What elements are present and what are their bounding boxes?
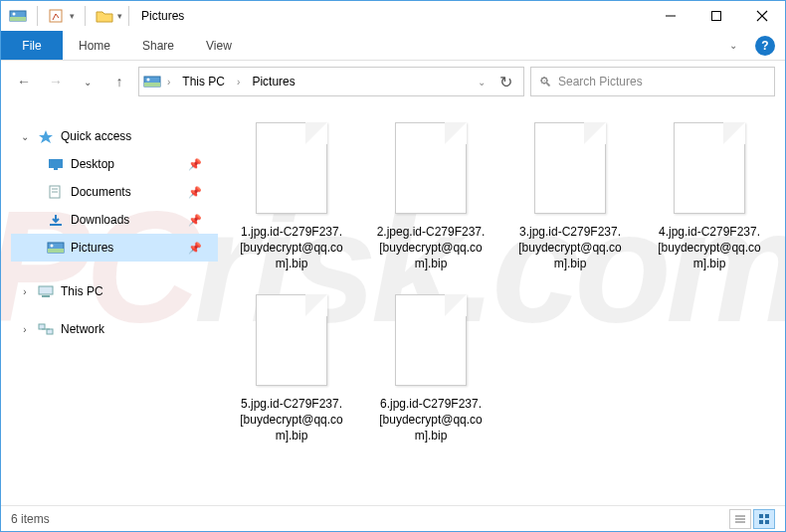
chevron-right-icon[interactable] — [19, 286, 31, 297]
file-item[interactable]: 1.jpg.id-C279F237.[buydecrypt@qq.com].bi… — [236, 118, 347, 272]
file-item[interactable]: 2.jpeg.id-C279F237.[buydecrypt@qq.com].b… — [375, 118, 487, 272]
svg-rect-19 — [48, 249, 64, 253]
svg-rect-13 — [54, 168, 58, 170]
nav-network[interactable]: Network — [11, 315, 218, 343]
minimize-button[interactable] — [648, 1, 693, 31]
file-name: 5.jpg.id-C279F237.[buydecrypt@qq.com].bi… — [236, 396, 347, 444]
nav-label: Desktop — [71, 157, 114, 171]
file-list[interactable]: 1.jpg.id-C279F237.[buydecrypt@qq.com].bi… — [218, 102, 785, 518]
generic-file-icon — [391, 290, 471, 390]
pictures-icon — [47, 241, 65, 255]
search-icon: 🔍︎ — [539, 75, 552, 89]
svg-rect-5 — [712, 12, 721, 21]
chevron-right-icon[interactable]: › — [167, 77, 170, 88]
details-view-button[interactable] — [729, 509, 751, 529]
star-icon — [37, 129, 55, 143]
file-item[interactable]: 6.jpg.id-C279F237.[buydecrypt@qq.com].bi… — [375, 290, 487, 444]
svg-rect-29 — [759, 514, 763, 518]
computer-icon — [37, 284, 55, 298]
help-button[interactable]: ? — [755, 36, 775, 56]
nav-label: Quick access — [61, 129, 131, 143]
file-item[interactable]: 5.jpg.id-C279F237.[buydecrypt@qq.com].bi… — [236, 290, 347, 444]
status-bar: 6 items — [1, 505, 785, 531]
titlebar: ▾ ▾ Pictures — [1, 1, 785, 31]
tab-home[interactable]: Home — [63, 31, 126, 60]
quick-access-toolbar: ▾ ▾ — [9, 6, 122, 26]
network-icon — [37, 322, 55, 336]
search-input[interactable]: 🔍︎ Search Pictures — [530, 67, 775, 96]
file-name: 2.jpeg.id-C279F237.[buydecrypt@qq.com].b… — [375, 224, 487, 272]
nav-this-pc[interactable]: This PC — [11, 277, 218, 305]
tab-share[interactable]: Share — [126, 31, 190, 60]
svg-rect-9 — [144, 83, 160, 87]
tab-file[interactable]: File — [1, 31, 63, 60]
app-icon — [9, 9, 27, 23]
desktop-icon — [47, 157, 65, 171]
pin-icon: 📌 — [188, 158, 202, 171]
address-row: ← → ⌄ ↑ › This PC › Pictures ⌄ ↻ 🔍︎ Sear… — [1, 61, 785, 102]
generic-file-icon — [391, 118, 471, 218]
ribbon: File Home Share View ⌄ ? — [1, 31, 785, 61]
pin-icon: 📌 — [188, 214, 202, 227]
generic-file-icon — [252, 118, 331, 218]
maximize-button[interactable] — [693, 1, 739, 31]
generic-file-icon — [252, 290, 331, 390]
nav-label: Documents — [71, 185, 131, 199]
svg-point-10 — [147, 79, 150, 82]
nav-quick-access[interactable]: Quick access — [11, 122, 218, 150]
qat-separator — [37, 6, 38, 26]
qat-dropdown-icon[interactable]: ▾ — [117, 11, 122, 21]
generic-file-icon — [530, 118, 610, 218]
file-name: 4.jpg.id-C279F237.[buydecrypt@qq.com].bi… — [654, 224, 765, 272]
navigation-pane: Quick access Desktop 📌 Documents 📌 — [1, 102, 218, 518]
svg-rect-23 — [39, 324, 45, 329]
item-count: 6 items — [11, 512, 50, 526]
address-bar[interactable]: › This PC › Pictures ⌄ ↻ — [138, 67, 524, 96]
file-item[interactable]: 3.jpg.id-C279F237.[buydecrypt@qq.com].bi… — [514, 118, 626, 272]
file-item[interactable]: 4.jpg.id-C279F237.[buydecrypt@qq.com].bi… — [654, 118, 765, 272]
pin-icon: 📌 — [188, 186, 202, 199]
folder-icon[interactable] — [96, 9, 113, 23]
forward-button[interactable]: → — [43, 69, 69, 94]
tab-view[interactable]: View — [190, 31, 248, 60]
nav-item-downloads[interactable]: Downloads 📌 — [11, 206, 218, 234]
location-picture-icon — [143, 75, 161, 89]
close-button[interactable] — [739, 1, 785, 31]
qat-separator — [85, 6, 86, 26]
svg-rect-12 — [49, 159, 63, 168]
nav-label: Network — [61, 322, 104, 336]
qat-dropdown-icon[interactable]: ▾ — [70, 11, 75, 21]
chevron-right-icon[interactable] — [19, 324, 31, 335]
svg-rect-22 — [42, 295, 50, 297]
svg-rect-1 — [10, 17, 26, 21]
address-dropdown-icon[interactable]: ⌄ — [478, 77, 486, 88]
svg-rect-31 — [759, 520, 763, 524]
ribbon-expand-icon[interactable]: ⌄ — [721, 31, 745, 60]
icons-view-button[interactable] — [753, 509, 775, 529]
nav-item-desktop[interactable]: Desktop 📌 — [11, 150, 218, 178]
documents-icon — [47, 185, 65, 199]
svg-point-2 — [13, 13, 16, 16]
nav-label: Pictures — [71, 241, 113, 255]
svg-rect-24 — [47, 329, 53, 334]
file-name: 1.jpg.id-C279F237.[buydecrypt@qq.com].bi… — [236, 224, 347, 272]
downloads-icon — [47, 213, 65, 227]
svg-marker-11 — [39, 130, 53, 143]
breadcrumb-pictures[interactable]: Pictures — [246, 73, 300, 90]
back-button[interactable]: ← — [11, 69, 37, 94]
nav-label: Downloads — [71, 213, 129, 227]
chevron-right-icon[interactable]: › — [237, 77, 240, 88]
svg-rect-21 — [39, 286, 53, 294]
refresh-button[interactable]: ↻ — [491, 73, 519, 91]
properties-icon[interactable] — [48, 9, 66, 23]
nav-item-pictures[interactable]: Pictures 📌 — [11, 234, 218, 262]
chevron-down-icon[interactable] — [19, 131, 31, 142]
up-button[interactable]: ↑ — [106, 69, 132, 94]
breadcrumb-this-pc[interactable]: This PC — [176, 73, 231, 90]
search-placeholder: Search Pictures — [558, 75, 643, 89]
file-name: 3.jpg.id-C279F237.[buydecrypt@qq.com].bi… — [514, 224, 626, 272]
recent-dropdown-icon[interactable]: ⌄ — [75, 69, 100, 94]
generic-file-icon — [670, 118, 749, 218]
svg-rect-30 — [765, 514, 769, 518]
nav-item-documents[interactable]: Documents 📌 — [11, 178, 218, 206]
